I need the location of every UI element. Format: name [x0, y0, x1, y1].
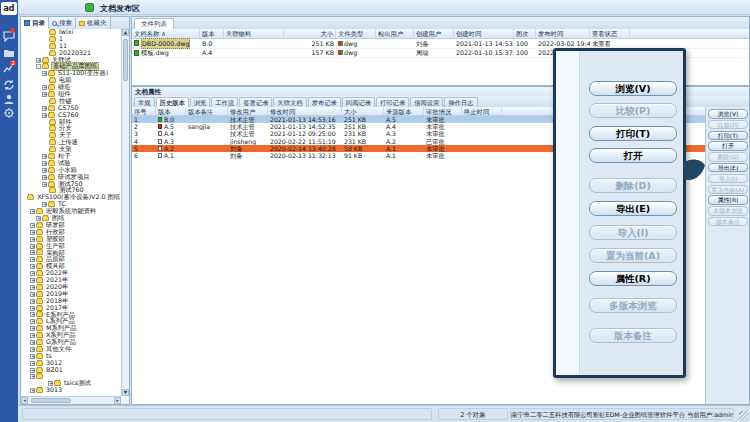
- expand-plus-icon[interactable]: +: [42, 161, 47, 166]
- tab-properties[interactable]: 工作流: [211, 97, 238, 107]
- expand-plus-icon[interactable]: +: [42, 92, 47, 97]
- expand-plus-icon[interactable]: +: [30, 361, 35, 366]
- expand-plus-icon[interactable]: +: [30, 209, 35, 214]
- expand-plus-icon[interactable]: +: [30, 319, 35, 324]
- column-header[interactable]: 版本备注: [186, 107, 228, 115]
- tree-item[interactable]: +锻造: [22, 84, 121, 91]
- chart-icon[interactable]: 2: [3, 62, 15, 74]
- column-header[interactable]: 终止时间: [462, 107, 502, 115]
- column-header[interactable]: 文件类型: [336, 29, 376, 38]
- column-header[interactable]: 版本: [200, 29, 224, 38]
- user-icon[interactable]: [3, 93, 15, 105]
- action-button-浏览V[interactable]: 浏览(V): [708, 109, 748, 119]
- tree-item[interactable]: 支架: [22, 146, 121, 153]
- tree-item[interactable]: 1: [22, 36, 121, 43]
- tree-vscroll-thumb[interactable]: [123, 39, 128, 81]
- action-button-属性R[interactable]: 属性(R): [708, 195, 748, 205]
- column-header[interactable]: 修改用户: [228, 107, 268, 115]
- expand-plus-icon[interactable]: +: [36, 58, 41, 63]
- tree-item[interactable]: +3013: [22, 387, 121, 394]
- expand-plus-icon[interactable]: +: [30, 250, 35, 255]
- tab-properties[interactable]: 借阅设置: [410, 97, 443, 107]
- expand-plus-icon[interactable]: +: [30, 264, 35, 269]
- expand-plus-icon[interactable]: +: [30, 374, 35, 379]
- tree-item[interactable]: 电箱: [22, 77, 121, 84]
- expand-plus-icon[interactable]: +: [30, 257, 35, 262]
- expand-plus-icon[interactable]: +: [42, 154, 47, 159]
- column-header[interactable]: 修改时间: [268, 107, 342, 115]
- tab-favorites[interactable]: 收藏夹: [76, 17, 111, 29]
- column-header[interactable]: 审批情况: [424, 107, 462, 115]
- column-header[interactable]: 检出用户: [376, 29, 414, 38]
- action-button-导出E[interactable]: 导出(E): [708, 163, 748, 173]
- tab-properties[interactable]: 浏览: [190, 97, 211, 107]
- scroll-up-arrow[interactable]: ▲: [122, 29, 129, 36]
- expand-plus-icon[interactable]: +: [42, 175, 47, 180]
- menu-button-导出E[interactable]: 导出(E): [589, 201, 677, 216]
- column-header[interactable]: 大小: [342, 107, 384, 115]
- expand-plus-icon[interactable]: +: [42, 168, 47, 173]
- tree-item[interactable]: +宏毅系统功能资料: [22, 208, 121, 215]
- column-header[interactable]: 图次: [514, 29, 536, 38]
- expand-plus-icon[interactable]: +: [30, 312, 35, 317]
- expand-plus-icon[interactable]: +: [30, 299, 35, 304]
- expand-plus-icon[interactable]: +: [42, 85, 47, 90]
- expand-plus-icon[interactable]: +: [42, 106, 47, 111]
- tree-item[interactable]: lwixi: [22, 29, 121, 36]
- tab-file-list[interactable]: 文件列表: [134, 18, 174, 29]
- scroll-down-arrow[interactable]: ▼: [122, 389, 129, 396]
- tab-properties[interactable]: 打印记录: [376, 97, 409, 107]
- tree-vertical-scrollbar[interactable]: ▲ ▼: [121, 29, 129, 396]
- expand-plus-icon[interactable]: +: [30, 271, 35, 276]
- tree-item[interactable]: XFS100(蓄冷设备)V2.0 图纸: [22, 194, 121, 201]
- expand-plus-icon[interactable]: +: [30, 278, 35, 283]
- tab-directory[interactable]: 目录: [21, 17, 49, 29]
- expand-plus-icon[interactable]: +: [30, 333, 35, 338]
- tree-item[interactable]: 20220321: [22, 50, 121, 57]
- column-header[interactable]: 版本: [156, 107, 186, 115]
- tab-properties[interactable]: 回阅记录: [342, 97, 375, 107]
- tab-properties[interactable]: 关联文档: [273, 97, 306, 107]
- column-header[interactable]: 查看状态: [590, 29, 630, 38]
- expand-plus-icon[interactable]: +: [30, 292, 35, 297]
- expand-plus-icon[interactable]: +: [30, 237, 35, 242]
- column-header[interactable]: 创建时间: [454, 29, 514, 38]
- action-button-打开[interactable]: 打开: [708, 141, 748, 151]
- column-header[interactable]: 创建用户: [414, 29, 454, 38]
- tab-properties[interactable]: 发布记录: [308, 97, 341, 107]
- scroll-right-arrow[interactable]: ▸: [114, 397, 121, 404]
- column-header[interactable]: 序号: [132, 107, 156, 115]
- tab-search[interactable]: 搜索: [49, 17, 76, 29]
- sync-icon[interactable]: [3, 79, 15, 91]
- expand-plus-icon[interactable]: +: [30, 230, 35, 235]
- tab-properties[interactable]: 签署记录: [239, 97, 272, 107]
- column-header[interactable]: 来源版本: [384, 107, 424, 115]
- scroll-left-arrow[interactable]: ◂: [21, 397, 28, 404]
- column-header[interactable]: 关联物料: [224, 29, 284, 38]
- action-button-打印T[interactable]: 打印(T): [708, 131, 748, 141]
- tree-horizontal-scrollbar[interactable]: ◂ ▸: [21, 396, 121, 404]
- gear-icon[interactable]: [3, 107, 15, 119]
- column-header[interactable]: 大小: [284, 29, 336, 38]
- collapse-minus-icon[interactable]: -: [36, 64, 41, 69]
- expand-plus-icon[interactable]: +: [30, 388, 35, 393]
- expand-plus-icon[interactable]: +: [30, 340, 35, 345]
- tree-item[interactable]: +粒子: [22, 153, 121, 160]
- tab-properties[interactable]: 常规: [134, 97, 155, 107]
- tree-hscroll-thumb[interactable]: [31, 398, 71, 403]
- expand-plus-icon[interactable]: +: [30, 347, 35, 352]
- tab-properties[interactable]: 操作日志: [444, 97, 477, 107]
- chat-icon[interactable]: [3, 30, 15, 42]
- expand-plus-icon[interactable]: +: [30, 223, 35, 228]
- expand-plus-icon[interactable]: +: [30, 326, 35, 331]
- expand-plus-icon[interactable]: +: [42, 71, 47, 76]
- menu-button-打开[interactable]: 打开: [589, 148, 677, 163]
- menu-button-打印T[interactable]: 打印(T): [589, 126, 677, 141]
- column-header[interactable]: 发布时间: [536, 29, 590, 38]
- menu-button-浏览V[interactable]: 浏览(V): [589, 81, 677, 96]
- resize-grip[interactable]: [739, 411, 749, 421]
- expand-plus-icon[interactable]: +: [30, 368, 35, 373]
- expand-plus-icon[interactable]: +: [42, 113, 47, 118]
- expand-plus-icon[interactable]: +: [30, 354, 35, 359]
- expand-plus-icon[interactable]: +: [30, 244, 35, 249]
